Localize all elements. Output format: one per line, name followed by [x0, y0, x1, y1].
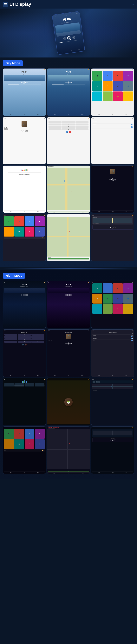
preset-3[interactable]: ROCK — [24, 385, 34, 386]
prev-btn[interactable]: ⏮ — [109, 179, 111, 180]
dial-3[interactable]: 3 — [76, 121, 88, 123]
app-news[interactable]: 📰 — [14, 439, 24, 449]
prev-btn[interactable]: ⏮ — [65, 294, 67, 296]
go-button[interactable]: GO — [48, 258, 89, 260]
dial-0[interactable]: 0 — [18, 341, 31, 343]
np-prev[interactable]: ⏮ — [110, 227, 111, 228]
next-btn[interactable]: ⏭ — [70, 343, 72, 344]
app-icon[interactable]: ⚙️ — [123, 284, 133, 293]
dial-3[interactable]: 3 — [31, 334, 44, 336]
play-pause-button[interactable]: ⏸ — [67, 36, 72, 40]
app-icon[interactable]: 🎧 — [102, 92, 112, 101]
power-toggle[interactable] — [131, 127, 133, 128]
app-phone[interactable]: 📞 — [4, 216, 14, 226]
eq-band-2[interactable]: MID — [14, 384, 24, 385]
next-btn[interactable]: ⏭ — [26, 130, 28, 132]
app-icon[interactable]: 📱 — [102, 294, 112, 304]
nav-auto[interactable]: AUTO — [78, 49, 80, 50]
play-btn[interactable]: ⏸ — [23, 294, 26, 296]
next-btn[interactable]: ⏭ — [26, 82, 28, 83]
np-play[interactable]: ▶ — [112, 439, 114, 441]
call-btn[interactable]: 📞 — [66, 131, 68, 133]
app-phone[interactable]: 📞 — [4, 429, 14, 439]
play-btn[interactable]: ⏸ — [67, 342, 70, 345]
dial-2[interactable]: 2 — [18, 334, 31, 336]
eq-band-3[interactable]: TREBLE — [24, 384, 34, 385]
dial-1[interactable]: 1 — [48, 121, 62, 123]
app-icon[interactable]: ⭐ — [123, 304, 133, 314]
app-icon[interactable]: 📞 — [113, 284, 123, 293]
dial-4[interactable]: 4 — [48, 124, 62, 126]
np-next[interactable]: ⏭ — [114, 439, 116, 440]
dial-8[interactable]: 8 — [18, 338, 31, 340]
np-prev[interactable]: ⏮ — [110, 439, 111, 440]
play-btn[interactable]: ⏸ — [67, 294, 70, 296]
dial-5[interactable]: 5 — [18, 336, 31, 338]
turn-left[interactable]: ← — [93, 381, 95, 383]
google-search-bar[interactable] — [8, 172, 41, 173]
play-btn[interactable]: ⏸ — [112, 178, 114, 181]
auto-connect-toggle[interactable] — [131, 126, 133, 126]
prev-btn[interactable]: ⏮ — [21, 130, 22, 132]
song-item[interactable]: 华乐_31RE.mp3 — [92, 176, 133, 178]
next-btn[interactable]: ⏭ — [70, 294, 72, 296]
end-call-btn[interactable]: 📵 — [69, 131, 71, 133]
eq-band-1[interactable]: BASS — [4, 384, 14, 385]
dial-2[interactable]: 2 — [62, 121, 75, 123]
end-call-btn[interactable]: 📵 — [25, 344, 27, 346]
app-messages[interactable]: 💬 — [35, 429, 44, 439]
next-btn[interactable]: ⏭ — [26, 294, 28, 296]
preset-2[interactable]: POP — [14, 385, 24, 386]
nav-email[interactable]: EMAIL — [62, 52, 64, 52]
np-play[interactable]: ▶ — [112, 227, 114, 229]
nav-apps[interactable]: APPS — [70, 50, 72, 52]
app-icon[interactable]: 🎵 — [102, 284, 112, 293]
google-search-button[interactable]: Google Search — [19, 174, 24, 175]
dial-7[interactable]: 7 — [48, 126, 62, 128]
preset-1[interactable]: FLAT — [4, 385, 14, 386]
app-icon[interactable]: 🎧 — [102, 304, 112, 314]
dial-star[interactable]: * — [4, 341, 17, 343]
song-item[interactable]: 华乐_25RE.mp3 — [92, 176, 133, 176]
dial-6[interactable]: 6 — [31, 336, 44, 338]
next-button[interactable]: ⏭ — [72, 36, 75, 39]
dial-4[interactable]: 4 — [4, 336, 17, 338]
go-button[interactable]: GO — [48, 471, 89, 472]
app-icon[interactable]: 📻 — [113, 92, 123, 101]
prev-btn[interactable]: ⏮ — [21, 82, 22, 83]
play-btn[interactable]: ⏸ — [67, 81, 70, 84]
play-btn[interactable]: ⏸ — [23, 130, 26, 132]
auto-answer-toggle[interactable] — [131, 124, 133, 125]
next-btn[interactable]: ⏭ — [114, 179, 116, 180]
app-news[interactable]: 📰 — [14, 227, 24, 236]
app-icon[interactable]: 🔵 — [123, 81, 133, 91]
call-btn[interactable]: 📞 — [22, 344, 24, 346]
np-next[interactable]: ⏭ — [114, 227, 116, 228]
app-icon[interactable]: 📞 — [113, 71, 123, 81]
dial-5[interactable]: 5 — [62, 124, 75, 126]
app-maps[interactable]: 🗺 — [24, 429, 34, 439]
app-icon[interactable]: ⭐ — [123, 92, 133, 101]
app-messages[interactable]: 💬 — [35, 216, 44, 226]
app-podcast[interactable]: 🎙 — [4, 439, 14, 449]
dial-9[interactable]: 9 — [76, 126, 88, 128]
menu-button[interactable] — [3, 2, 8, 7]
prev-button[interactable]: ⏮ — [63, 37, 66, 40]
dial-8[interactable]: 8 — [62, 126, 75, 128]
song-item[interactable]: 华乐_19RE.mp3 — [92, 174, 133, 176]
app-icon[interactable]: 📻 — [113, 304, 123, 314]
dial-7[interactable]: 7 — [4, 338, 17, 340]
app-icon[interactable]: 🎵 — [102, 71, 112, 81]
dial-1[interactable]: 1 — [4, 334, 17, 336]
dial-hash[interactable]: # — [76, 128, 88, 130]
turn-right[interactable]: → — [98, 381, 100, 383]
app-icon[interactable]: 🎬 — [113, 294, 123, 304]
auto-connect-toggle[interactable] — [131, 338, 133, 339]
app-settings[interactable]: ⚙️ — [35, 227, 44, 236]
app-icon[interactable]: 📱 — [92, 71, 102, 81]
nav-lines-icon[interactable]: ≡ — [132, 2, 134, 6]
app-icon[interactable]: 📡 — [92, 284, 102, 293]
prev-btn[interactable]: ⏮ — [65, 82, 67, 83]
next-btn[interactable]: ⏭ — [70, 82, 72, 83]
im-feeling-lucky-button[interactable]: I'm Feeling Lucky — [24, 174, 30, 175]
